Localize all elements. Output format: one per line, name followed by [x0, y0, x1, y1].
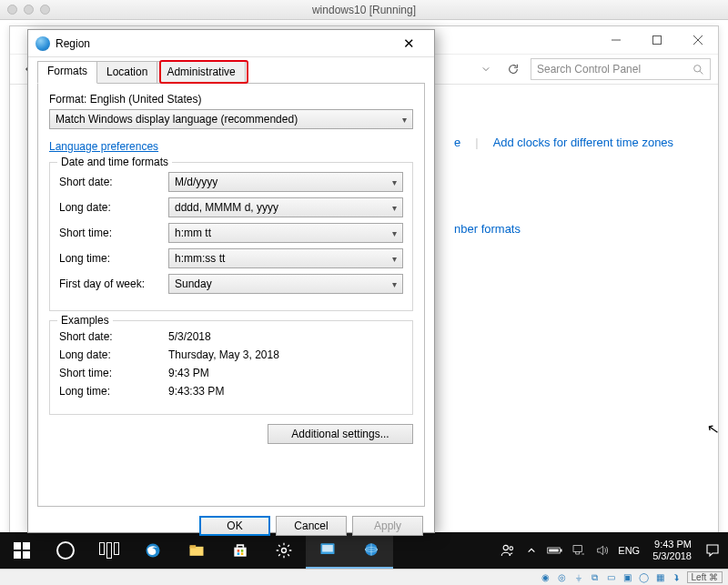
apply-button: Apply [352, 516, 423, 536]
svg-rect-12 [238, 553, 240, 556]
vm-window: windows10 [Running] Search Control Panel [0, 0, 728, 585]
traffic-max-icon[interactable] [40, 5, 50, 15]
example-long-time: 9:43:33 PM [168, 385, 403, 398]
region-dialog: Region ✕ Formats Location Administrative… [27, 29, 435, 533]
people-icon[interactable] [500, 542, 516, 559]
format-combo[interactable]: Match Windows display language (recommen… [49, 109, 413, 129]
svg-rect-10 [238, 550, 240, 552]
traffic-min-icon[interactable] [24, 5, 34, 15]
short-date-combo[interactable]: M/d/yyyy▾ [168, 172, 403, 192]
additional-settings-button[interactable]: Additional settings... [268, 424, 413, 444]
vm-optical-icon[interactable]: ◎ [556, 571, 569, 584]
ok-button[interactable]: OK [199, 516, 270, 536]
example-short-date: 5/3/2018 [168, 330, 403, 343]
search-placeholder: Search Control Panel [537, 63, 641, 76]
svg-point-14 [282, 549, 287, 553]
svg-rect-13 [241, 553, 244, 556]
svg-rect-4 [14, 551, 21, 559]
dialog-titlebar[interactable]: Region ✕ [28, 30, 434, 57]
vm-record-icon[interactable]: ◯ [638, 571, 651, 584]
svg-rect-8 [190, 545, 197, 548]
svg-rect-0 [652, 36, 661, 45]
group-examples: Examples Short date:5/3/2018 Long date:T… [49, 320, 413, 415]
vm-shared-icon[interactable]: ▭ [605, 571, 618, 584]
svg-point-1 [694, 65, 701, 71]
battery-icon[interactable] [547, 542, 563, 559]
network-icon[interactable] [571, 542, 587, 559]
vm-usb-icon[interactable]: ⏚ [572, 571, 585, 584]
vm-title: windows10 [Running] [312, 4, 416, 16]
format-label: Format: English (United States) [49, 93, 413, 106]
language-preferences-link[interactable]: Language preferences [49, 140, 158, 153]
link-number-formats[interactable]: nber formats [454, 222, 702, 236]
dialog-close-button[interactable]: ✕ [390, 31, 427, 56]
tray-overflow-icon[interactable] [523, 542, 540, 559]
language-indicator[interactable]: ENG [618, 542, 640, 559]
refresh-button[interactable] [503, 59, 523, 79]
vm-hdd-icon[interactable]: ◉ [540, 571, 552, 584]
svg-rect-5 [23, 551, 30, 559]
tab-administrative[interactable]: Administrative [157, 61, 245, 83]
cancel-button[interactable]: Cancel [276, 516, 347, 536]
vm-statusbar: ◉ ◎ ⏚ ⧉ ▭ ▣ ◯ ▦ ⮯ Left ⌘ [0, 569, 728, 585]
svg-point-20 [510, 547, 513, 550]
short-time-combo[interactable]: h:mm tt▾ [168, 223, 403, 243]
tab-location[interactable]: Location [96, 61, 157, 83]
svg-rect-23 [550, 550, 560, 552]
svg-rect-9 [234, 548, 246, 557]
vm-display-icon[interactable]: ▣ [622, 571, 634, 584]
guest-desktop: Search Control Panel e | Add clocks for … [0, 20, 728, 569]
svg-rect-16 [322, 545, 333, 552]
dialog-title: Region [56, 37, 90, 50]
vm-traffic-lights[interactable] [7, 5, 50, 15]
taskbar-clock[interactable]: 9:43 PM 5/3/2018 [647, 539, 697, 562]
action-center-icon[interactable] [704, 542, 721, 559]
vm-titlebar: windows10 [Running] [0, 0, 728, 20]
example-short-time: 9:43 PM [168, 367, 403, 379]
search-icon [693, 64, 704, 76]
svg-point-19 [503, 545, 508, 550]
vm-mouse-icon[interactable]: ⮯ [671, 571, 683, 584]
first-day-combo[interactable]: Sunday▾ [168, 274, 403, 294]
traffic-close-icon[interactable] [7, 5, 17, 15]
volume-icon[interactable] [594, 542, 611, 559]
svg-rect-22 [561, 550, 562, 552]
vm-host-key: Left ⌘ [687, 571, 723, 583]
link-partial-left[interactable]: e [454, 136, 460, 149]
chevron-down-icon: ▾ [402, 115, 407, 125]
search-input[interactable]: Search Control Panel [531, 58, 711, 80]
group-date-time-formats: Date and time formats Short date: M/d/yy… [49, 162, 413, 311]
globe-icon [35, 36, 50, 51]
vm-cpu-icon[interactable]: ▦ [654, 571, 667, 584]
svg-rect-11 [241, 550, 244, 552]
long-time-combo[interactable]: h:mm:ss tt▾ [168, 248, 403, 268]
dialog-footer: OK Cancel Apply [28, 510, 434, 545]
svg-rect-24 [573, 546, 581, 552]
maximize-button[interactable] [636, 26, 677, 54]
link-add-clocks[interactable]: Add clocks for different time zones [493, 136, 673, 149]
tab-formats[interactable]: Formats [37, 61, 97, 84]
long-date-combo[interactable]: dddd, MMMM d, yyyy▾ [168, 197, 403, 217]
dialog-tabs: Formats Location Administrative [28, 57, 434, 83]
tab-pane-formats: Format: English (United States) Match Wi… [37, 83, 425, 507]
vm-network-icon[interactable]: ⧉ [589, 571, 602, 584]
svg-rect-2 [14, 542, 21, 550]
minimize-button[interactable] [595, 26, 636, 54]
address-dropdown[interactable] [476, 59, 496, 79]
close-button[interactable] [677, 26, 718, 54]
example-long-date: Thursday, May 3, 2018 [168, 348, 403, 361]
